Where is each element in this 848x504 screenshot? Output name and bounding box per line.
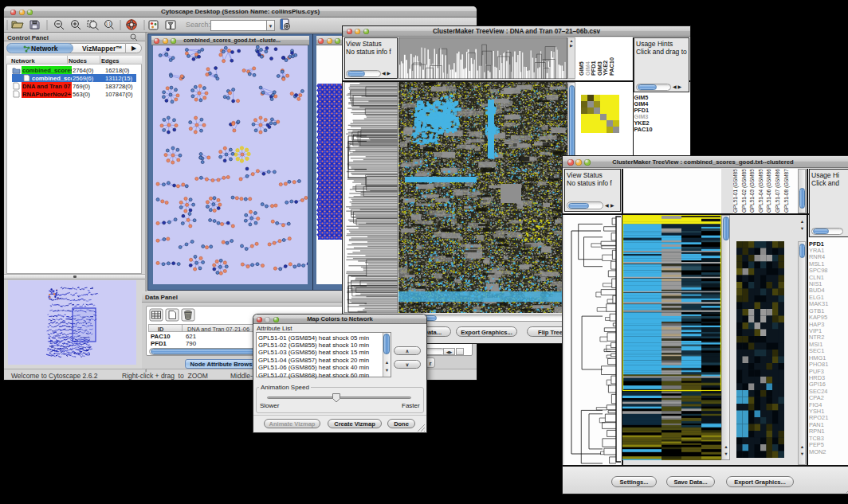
svg-text:1:1: 1:1 [106,22,112,26]
